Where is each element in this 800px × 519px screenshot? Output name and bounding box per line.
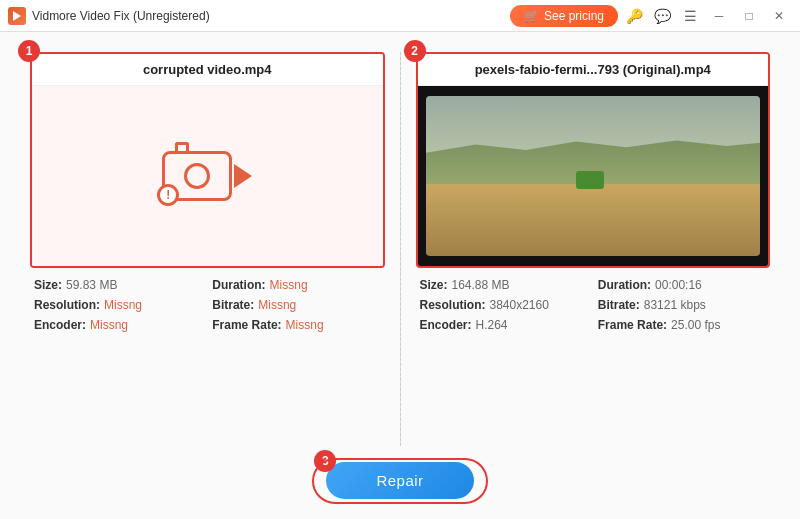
camera-body: ! xyxy=(162,151,232,201)
panel-divider xyxy=(400,52,401,446)
warning-icon: ! xyxy=(157,184,179,206)
left-duration-cell: Duration: Missng xyxy=(212,278,380,292)
right-bitrate-label: Bitrate: xyxy=(598,298,640,312)
right-size-cell: Size: 164.88 MB xyxy=(420,278,588,292)
right-panel-title: pexels-fabio-fermi...793 (Original).mp4 xyxy=(418,54,769,86)
left-encoder-cell: Encoder: Missng xyxy=(34,318,202,332)
right-duration-value: 00:00:16 xyxy=(655,278,702,292)
right-panel-preview xyxy=(418,86,769,266)
right-panel-wrapper: 2 pexels-fabio-fermi...793 (Original).mp… xyxy=(416,52,771,338)
right-resolution-label: Resolution: xyxy=(420,298,486,312)
right-panel-box: pexels-fabio-fermi...793 (Original).mp4 xyxy=(416,52,771,268)
right-framerate-value: 25.00 fps xyxy=(671,318,720,332)
right-encoder-label: Encoder: xyxy=(420,318,472,332)
left-framerate-label: Frame Rate: xyxy=(212,318,281,332)
left-encoder-value: Missng xyxy=(90,318,128,332)
pricing-label: See pricing xyxy=(544,9,604,23)
left-encoder-label: Encoder: xyxy=(34,318,86,332)
camera-lens xyxy=(184,163,210,189)
corrupt-video-icon: ! xyxy=(162,151,252,201)
key-button[interactable]: 🔑 xyxy=(622,4,646,28)
app-title: Vidmore Video Fix (Unregistered) xyxy=(32,9,210,23)
left-panel-preview: ! xyxy=(32,86,383,266)
right-size-value: 164.88 MB xyxy=(452,278,510,292)
right-info-row-1: Size: 164.88 MB Duration: 00:00:16 xyxy=(420,278,767,292)
left-bitrate-label: Bitrate: xyxy=(212,298,254,312)
right-encoder-value: H.264 xyxy=(476,318,508,332)
maximize-button[interactable]: □ xyxy=(736,6,762,26)
left-panel-box: corrupted video.mp4 ! xyxy=(30,52,385,268)
left-resolution-cell: Resolution: Missng xyxy=(34,298,202,312)
cart-icon: 🛒 xyxy=(524,9,539,23)
pricing-button[interactable]: 🛒 See pricing xyxy=(510,5,618,27)
svg-marker-0 xyxy=(13,11,21,21)
titlebar: Vidmore Video Fix (Unregistered) 🛒 See p… xyxy=(0,0,800,32)
left-info-row-1: Size: 59.83 MB Duration: Missng xyxy=(34,278,381,292)
right-resolution-value: 3840x2160 xyxy=(490,298,549,312)
left-panel: 1 corrupted video.mp4 ! xyxy=(30,52,385,338)
left-size-label: Size: xyxy=(34,278,62,292)
right-info-row-2: Resolution: 3840x2160 Bitrate: 83121 kbp… xyxy=(420,298,767,312)
chat-button[interactable]: 💬 xyxy=(650,4,674,28)
left-panel-wrapper: 1 corrupted video.mp4 ! xyxy=(30,52,385,338)
right-duration-label: Duration: xyxy=(598,278,651,292)
left-panel-badge: 1 xyxy=(18,40,40,62)
titlebar-left: Vidmore Video Fix (Unregistered) xyxy=(8,7,210,25)
right-panel-badge: 2 xyxy=(404,40,426,62)
titlebar-right: 🛒 See pricing 🔑 💬 ☰ ─ □ ✕ xyxy=(510,4,792,28)
right-info-row-3: Encoder: H.264 Frame Rate: 25.00 fps xyxy=(420,318,767,332)
repair-area: 3 Repair xyxy=(30,462,770,499)
right-framerate-cell: Frame Rate: 25.00 fps xyxy=(598,318,766,332)
right-info-table: Size: 164.88 MB Duration: 00:00:16 Resol… xyxy=(416,278,771,338)
camera-bump xyxy=(175,142,189,152)
right-duration-cell: Duration: 00:00:16 xyxy=(598,278,766,292)
right-encoder-cell: Encoder: H.264 xyxy=(420,318,588,332)
left-framerate-cell: Frame Rate: Missng xyxy=(212,318,380,332)
camera-notch xyxy=(234,164,252,188)
menu-button[interactable]: ☰ xyxy=(678,4,702,28)
thumbnail-road xyxy=(426,206,761,208)
right-size-label: Size: xyxy=(420,278,448,292)
left-framerate-value: Missng xyxy=(286,318,324,332)
app-icon xyxy=(8,7,26,25)
right-panel: 2 pexels-fabio-fermi...793 (Original).mp… xyxy=(416,52,771,338)
right-resolution-cell: Resolution: 3840x2160 xyxy=(420,298,588,312)
left-duration-value: Missng xyxy=(270,278,308,292)
right-bitrate-cell: Bitrate: 83121 kbps xyxy=(598,298,766,312)
main-content: 1 corrupted video.mp4 ! xyxy=(0,32,800,519)
left-info-row-3: Encoder: Missng Frame Rate: Missng xyxy=(34,318,381,332)
left-bitrate-value: Missng xyxy=(258,298,296,312)
left-resolution-label: Resolution: xyxy=(34,298,100,312)
repair-btn-wrapper: 3 Repair xyxy=(326,462,473,499)
left-panel-title: corrupted video.mp4 xyxy=(32,54,383,86)
left-duration-label: Duration: xyxy=(212,278,265,292)
left-resolution-value: Missng xyxy=(104,298,142,312)
right-bitrate-value: 83121 kbps xyxy=(644,298,706,312)
left-bitrate-cell: Bitrate: Missng xyxy=(212,298,380,312)
panels-row: 1 corrupted video.mp4 ! xyxy=(30,52,770,446)
left-size-cell: Size: 59.83 MB xyxy=(34,278,202,292)
thumbnail-vehicle xyxy=(576,171,604,189)
minimize-button[interactable]: ─ xyxy=(706,6,732,26)
left-info-row-2: Resolution: Missng Bitrate: Missng xyxy=(34,298,381,312)
repair-btn-border xyxy=(312,458,488,504)
video-thumbnail xyxy=(426,96,761,256)
close-button[interactable]: ✕ xyxy=(766,6,792,26)
left-info-table: Size: 59.83 MB Duration: Missng Resoluti… xyxy=(30,278,385,338)
thumbnail-ground xyxy=(426,184,761,256)
left-size-value: 59.83 MB xyxy=(66,278,117,292)
right-framerate-label: Frame Rate: xyxy=(598,318,667,332)
